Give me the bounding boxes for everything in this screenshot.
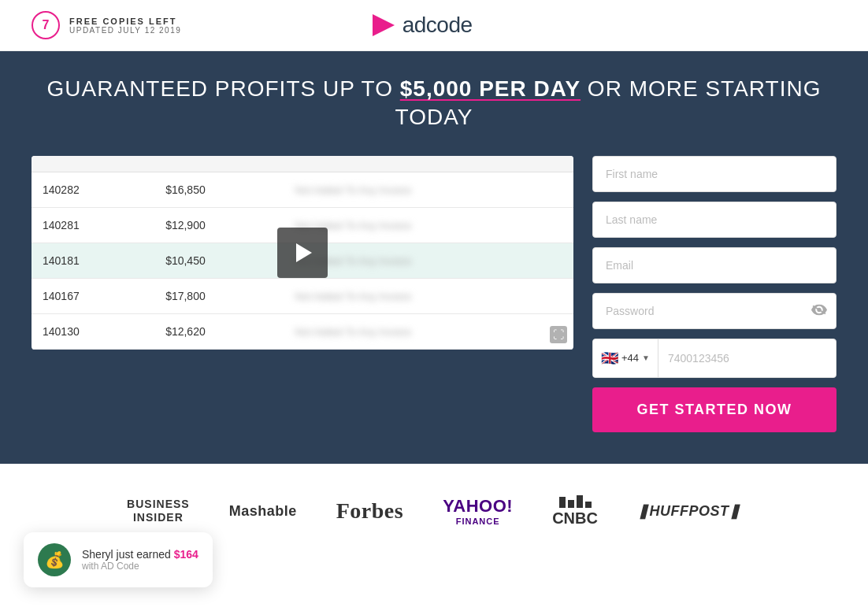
col-header-status [284, 156, 573, 172]
cnbc-text: CNBC [552, 509, 598, 528]
flag-emoji: 🇬🇧 [601, 350, 618, 367]
table-row: 140130$12,620Not Added To Any Invoice [32, 313, 573, 349]
email-input[interactable] [592, 247, 836, 283]
phone-input[interactable] [658, 341, 836, 376]
password-input[interactable] [592, 293, 836, 329]
cell-amount: $16,850 [154, 172, 284, 207]
table-video-area: 140282$16,850Not Added To Any Invoice140… [32, 156, 573, 350]
toast-icon: 💰 [38, 543, 71, 576]
cnbc-bar-1 [559, 497, 566, 508]
copies-count: 7 [43, 18, 50, 32]
svg-marker-0 [373, 14, 395, 36]
toast-amount: $164 [174, 548, 198, 561]
hero-headline: GUARANTEED PROFITS UP TO $5,000 PER DAY … [32, 75, 836, 132]
headline-highlight: $5,000 PER DAY [400, 76, 581, 101]
cell-id: 140281 [32, 207, 154, 243]
copies-label: FREE COPIES LEFT [69, 17, 181, 26]
yahoo-main: YAHOO! [443, 496, 513, 517]
cnbc-bars [559, 495, 592, 508]
yahoo-sub: FINANCE [456, 517, 500, 526]
password-wrapper [592, 293, 836, 329]
table-row: 140282$16,850Not Added To Any Invoice [32, 172, 573, 207]
press-logo-cnbc: CNBC [552, 495, 598, 528]
press-logo-mashable: Mashable [229, 503, 297, 520]
expand-icon[interactable] [550, 326, 567, 343]
toast-prefix: Sheryl just earned [82, 548, 174, 561]
first-name-input[interactable] [592, 156, 836, 192]
form-area: 🇬🇧 +44 ▼ GET STARTED NOW [592, 156, 836, 432]
phone-wrapper: 🇬🇧 +44 ▼ [592, 339, 836, 378]
press-logo-huffpost: ❚HUFFPOST❚ [637, 502, 741, 520]
copies-badge: 7 [32, 11, 60, 39]
cell-status: Not Added To Any Invoice [284, 313, 573, 349]
cta-button[interactable]: GET STARTED NOW [592, 387, 836, 432]
copies-updated: UPDATED JULY 12 2019 [69, 26, 181, 35]
video-play-button[interactable] [277, 228, 328, 278]
toast-main-text: Sheryl just earned $164 [82, 548, 198, 561]
cell-amount: $17,800 [154, 278, 284, 313]
hero-content: 140282$16,850Not Added To Any Invoice140… [32, 156, 836, 432]
cell-amount: $12,620 [154, 313, 284, 349]
toast-sub-text: with AD Code [82, 561, 198, 572]
logo: adcode [373, 13, 473, 38]
table-row: 140167$17,800Not Added To Any Invoice [32, 278, 573, 313]
header: 7 FREE COPIES LEFT UPDATED JULY 12 2019 … [0, 0, 868, 51]
logo-text: adcode [402, 13, 473, 38]
country-code: +44 [621, 352, 639, 364]
cnbc-bar-3 [577, 495, 583, 508]
press-logo-business-insider: BUSINESSINSIDER [127, 498, 190, 524]
country-selector[interactable]: 🇬🇧 +44 ▼ [593, 339, 658, 377]
col-header-id [32, 156, 154, 172]
notification-toast: 💰 Sheryl just earned $164 with AD Code [24, 532, 213, 587]
dropdown-arrow-icon: ▼ [642, 354, 650, 362]
copies-text: FREE COPIES LEFT UPDATED JULY 12 2019 [69, 17, 181, 35]
toggle-password-icon[interactable] [811, 302, 827, 319]
last-name-input[interactable] [592, 202, 836, 238]
press-logo-forbes: Forbes [336, 498, 403, 524]
headline-before: GUARANTEED PROFITS UP TO [47, 76, 400, 101]
cell-amount: $12,900 [154, 207, 284, 243]
cell-id: 140181 [32, 243, 154, 278]
cell-id: 140282 [32, 172, 154, 207]
col-header-amount [154, 156, 284, 172]
logo-icon [373, 14, 398, 36]
cell-id: 140167 [32, 278, 154, 313]
toast-emoji: 💰 [45, 550, 65, 569]
cell-status: Not Added To Any Invoice [284, 278, 573, 313]
toast-text: Sheryl just earned $164 with AD Code [82, 548, 198, 572]
cell-amount: $10,450 [154, 243, 284, 278]
cnbc-bar-2 [568, 500, 574, 508]
press-logo-yahoo: YAHOO! FINANCE [443, 496, 513, 526]
cell-status: Not Added To Any Invoice [284, 172, 573, 207]
cell-id: 140130 [32, 313, 154, 349]
cnbc-bar-4 [585, 502, 592, 508]
header-left: 7 FREE COPIES LEFT UPDATED JULY 12 2019 [32, 11, 181, 39]
hero-section: GUARANTEED PROFITS UP TO $5,000 PER DAY … [0, 51, 868, 464]
